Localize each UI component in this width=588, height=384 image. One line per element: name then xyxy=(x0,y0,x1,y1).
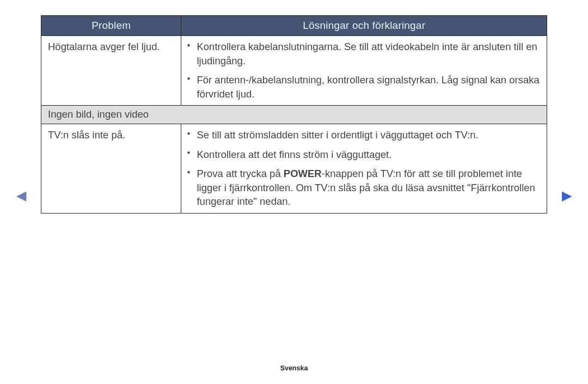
prev-page-arrow[interactable]: ◀ xyxy=(16,188,26,203)
solution-item: Kontrollera kabelanslutningarna. Se till… xyxy=(187,40,540,68)
table-row: TV:n slås inte på. Se till att strömslad… xyxy=(41,124,547,213)
header-problem: Problem xyxy=(41,16,181,35)
problem-cell: Högtalarna avger fel ljud. xyxy=(41,36,181,105)
table-row: Högtalarna avger fel ljud. Kontrollera k… xyxy=(41,35,547,105)
troubleshoot-table: Problem Lösningar och förklaringar Högta… xyxy=(41,15,547,214)
footer-language: Svenska xyxy=(0,364,588,372)
next-page-arrow[interactable]: ▶ xyxy=(562,188,572,203)
solution-item: Se till att strömsladden sitter i ordent… xyxy=(187,128,540,142)
section-label: Ingen bild, ingen video xyxy=(41,106,547,124)
solution-cell: Se till att strömsladden sitter i ordent… xyxy=(181,124,547,213)
solution-item: Kontrollera att det finns ström i väggut… xyxy=(187,148,540,162)
section-row: Ingen bild, ingen video xyxy=(41,105,547,124)
solution-cell: Kontrollera kabelanslutningarna. Se till… xyxy=(181,36,547,105)
header-solution: Lösningar och förklaringar xyxy=(181,16,547,35)
table-header-row: Problem Lösningar och förklaringar xyxy=(41,16,547,35)
power-label: POWER xyxy=(284,168,322,179)
solution-item: Prova att trycka på POWER-knappen på TV:… xyxy=(187,167,540,209)
solution-item: För antenn-/kabelanslutning, kontrollera… xyxy=(187,73,540,101)
page: Problem Lösningar och förklaringar Högta… xyxy=(0,0,588,384)
solution-list: Se till att strömsladden sitter i ordent… xyxy=(187,128,540,209)
problem-cell: TV:n slås inte på. xyxy=(41,124,181,213)
solution-text-pre: Prova att trycka på xyxy=(197,168,283,179)
solution-list: Kontrollera kabelanslutningarna. Se till… xyxy=(187,40,540,101)
